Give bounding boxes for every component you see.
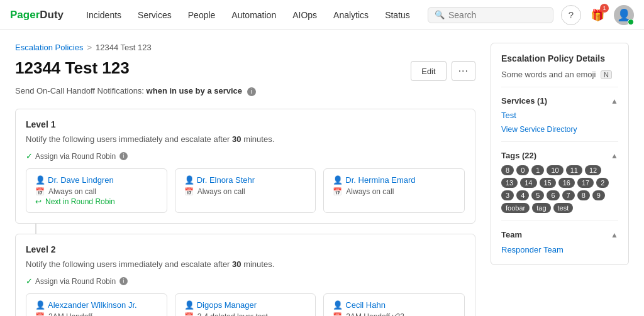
tag: 1 bbox=[531, 165, 544, 175]
gift-button[interactable]: 🎁 1 bbox=[587, 5, 608, 25]
level-2-description: Notify the following users immediately a… bbox=[26, 259, 465, 269]
page-title: 12344 Test 123 bbox=[15, 58, 130, 78]
tag: 10 bbox=[547, 165, 563, 175]
calendar-icon: 📅 bbox=[35, 312, 45, 316]
level-1-title: Level 1 bbox=[26, 119, 465, 129]
breadcrumb: Escalation Policies > 12344 Test 123 bbox=[15, 43, 475, 52]
check-icon: ✓ bbox=[26, 276, 33, 286]
services-chevron-icon[interactable]: ▲ bbox=[611, 97, 618, 106]
tag: 11 bbox=[566, 165, 582, 175]
user-card: 👤 Alexzander Wilkinson Jr. 📅 2AM Handoff… bbox=[26, 293, 167, 316]
sidebar: Escalation Policy Details Some words and… bbox=[491, 43, 629, 316]
nav-item-aiops[interactable]: AIOps bbox=[285, 6, 325, 24]
sidebar-card: Escalation Policy Details Some words and… bbox=[491, 43, 629, 265]
calendar-icon: 📅 bbox=[184, 187, 194, 196]
tags-wrap: 801101112131415161723456789foobartagtest bbox=[501, 165, 618, 213]
nav-items: Incidents Services People Automation AIO… bbox=[79, 6, 428, 24]
tag: 8 bbox=[577, 190, 590, 200]
tag: 0 bbox=[516, 165, 529, 175]
help-button[interactable]: ? bbox=[561, 5, 581, 25]
level-1-description: Notify the following users immediately a… bbox=[26, 134, 465, 144]
level-connector bbox=[35, 224, 36, 234]
tag: 3 bbox=[501, 190, 514, 200]
emoji-badge: N bbox=[601, 70, 612, 79]
page-actions: Edit ··· bbox=[411, 61, 475, 81]
nav-item-status[interactable]: Status bbox=[377, 6, 418, 24]
user-name-link[interactable]: 👤 Dr. Elnora Stehr bbox=[184, 175, 307, 185]
breadcrumb-parent-link[interactable]: Escalation Policies bbox=[15, 43, 83, 52]
calendar-icon: 📅 bbox=[35, 187, 45, 196]
more-button[interactable]: ··· bbox=[452, 61, 475, 81]
sidebar-title: Escalation Policy Details bbox=[501, 53, 618, 63]
calendar-icon: 📅 bbox=[184, 312, 194, 316]
user-name-link[interactable]: 👤 Alexzander Wilkinson Jr. bbox=[35, 300, 158, 310]
round-robin-info-icon[interactable]: i bbox=[119, 277, 128, 285]
service-link[interactable]: Test bbox=[501, 111, 618, 120]
person-icon: 👤 bbox=[35, 175, 45, 185]
level-1-round-robin: ✓ Assign via Round Robin i bbox=[26, 151, 465, 161]
tag: 4 bbox=[516, 190, 529, 200]
user-card: 👤 Dr. Hermina Emard 📅 Always on call bbox=[323, 168, 465, 213]
tag: 17 bbox=[577, 178, 594, 188]
calendar-icon: 📅 bbox=[333, 187, 342, 196]
top-nav: PagerDuty Incidents Services People Auto… bbox=[0, 0, 644, 30]
person-icon: 👤 bbox=[184, 175, 194, 185]
level-1-card: Level 1 Notify the following users immed… bbox=[15, 109, 475, 224]
search-input[interactable] bbox=[448, 10, 547, 20]
tag: 5 bbox=[531, 190, 544, 200]
tag: 2 bbox=[596, 178, 609, 188]
services-section: Services (1) ▲ Test View Service Directo… bbox=[501, 96, 618, 142]
level-2-round-robin: ✓ Assign via Round Robin i bbox=[26, 276, 465, 286]
check-icon: ✓ bbox=[26, 151, 33, 161]
nav-item-analytics[interactable]: Analytics bbox=[326, 6, 376, 24]
info-icon[interactable]: i bbox=[247, 87, 256, 96]
user-card: 👤 Cecil Hahn 📅 2AM Handoff v23 bbox=[323, 293, 465, 316]
tag: 9 bbox=[592, 190, 605, 200]
person-icon: 👤 bbox=[333, 175, 343, 185]
nav-item-services[interactable]: Services bbox=[130, 6, 179, 24]
tag: 8 bbox=[501, 165, 514, 175]
level-2-title: Level 2 bbox=[26, 244, 465, 254]
view-service-directory-link[interactable]: View Service Directory bbox=[501, 125, 577, 134]
user-name-link[interactable]: 👤 Cecil Hahn bbox=[333, 300, 455, 310]
breadcrumb-separator: > bbox=[87, 43, 92, 52]
status-dot bbox=[628, 19, 634, 25]
person-icon: 👤 bbox=[35, 300, 45, 310]
page-subtitle: Send On-Call Handoff Notifications: when… bbox=[15, 86, 475, 96]
user-card: 👤 Digops Manager 📅 3-4 deleted layer tes… bbox=[175, 293, 316, 316]
round-robin-info-icon[interactable]: i bbox=[119, 152, 128, 160]
search-box[interactable]: 🔍 bbox=[428, 7, 553, 23]
nav-icons: ? 🎁 1 👤 bbox=[561, 5, 634, 25]
gift-badge: 1 bbox=[600, 4, 609, 13]
tags-chevron-icon[interactable]: ▲ bbox=[611, 151, 618, 160]
tag: 16 bbox=[558, 178, 575, 188]
edit-button[interactable]: Edit bbox=[411, 61, 446, 81]
team-chevron-icon[interactable]: ▲ bbox=[611, 231, 618, 239]
user-name-link[interactable]: 👤 Dr. Hermina Emard bbox=[333, 175, 455, 185]
tag: 14 bbox=[520, 178, 536, 188]
team-section-title: Team bbox=[501, 230, 522, 239]
nav-item-automation[interactable]: Automation bbox=[224, 6, 284, 24]
tag: 15 bbox=[540, 178, 556, 188]
user-card: 👤 Dr. Dave Lindgren 📅 Always on call ↩ N… bbox=[26, 168, 167, 213]
team-link[interactable]: Responder Team bbox=[501, 245, 564, 254]
user-name-link[interactable]: 👤 Digops Manager bbox=[184, 300, 307, 310]
nav-item-people[interactable]: People bbox=[180, 6, 223, 24]
logo[interactable]: PagerDuty bbox=[10, 9, 64, 21]
nav-item-incidents[interactable]: Incidents bbox=[79, 6, 129, 24]
tag: test bbox=[553, 203, 574, 213]
breadcrumb-current: 12344 Test 123 bbox=[96, 43, 152, 52]
tag: tag bbox=[532, 203, 550, 213]
tag: 6 bbox=[547, 190, 559, 200]
tag: 7 bbox=[562, 190, 575, 200]
tags-section: Tags (22) ▲ 801101112131415161723456789f… bbox=[501, 151, 618, 221]
level-1-users: 👤 Dr. Dave Lindgren 📅 Always on call ↩ N… bbox=[26, 168, 465, 213]
user-card: 👤 Dr. Elnora Stehr 📅 Always on call bbox=[175, 168, 316, 213]
user-name-link[interactable]: 👤 Dr. Dave Lindgren bbox=[35, 175, 158, 185]
search-icon: 🔍 bbox=[435, 10, 445, 19]
team-section: Team ▲ Responder Team bbox=[501, 230, 618, 254]
services-section-title: Services (1) bbox=[501, 96, 547, 106]
avatar[interactable]: 👤 bbox=[614, 5, 634, 25]
arrow-icon: ↩ bbox=[35, 197, 42, 206]
sidebar-some-words: Some words and an emoji N bbox=[501, 70, 618, 87]
